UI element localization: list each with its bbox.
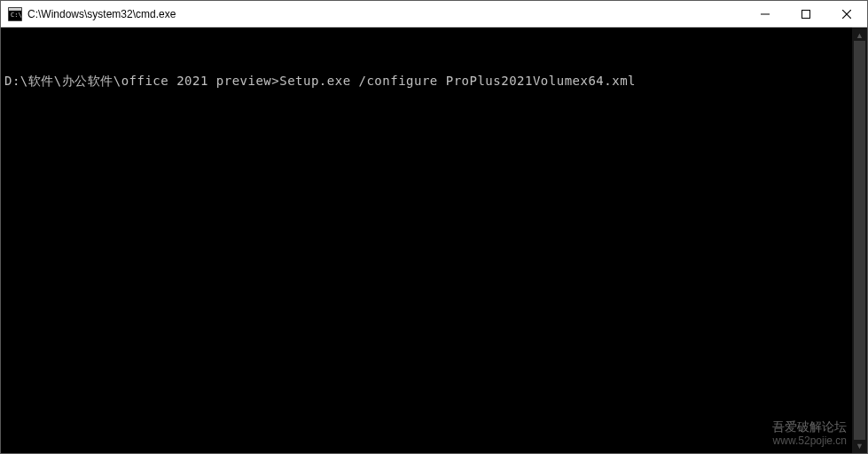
svg-rect-4 xyxy=(802,10,810,18)
scroll-down-arrow[interactable]: ▼ xyxy=(854,440,865,451)
svg-text:C:\: C:\ xyxy=(11,12,22,19)
scroll-thumb[interactable] xyxy=(854,41,865,440)
svg-rect-1 xyxy=(9,8,21,11)
scroll-up-arrow[interactable]: ▲ xyxy=(854,29,865,41)
titlebar[interactable]: C:\ C:\Windows\system32\cmd.exe xyxy=(1,1,867,27)
window-title: C:\Windows\system32\cmd.exe xyxy=(27,1,745,27)
command-line: D:\软件\办公软件\office 2021 preview>Setup.exe… xyxy=(4,74,848,88)
scroll-track[interactable] xyxy=(852,41,867,440)
maximize-button[interactable] xyxy=(786,1,826,27)
console-output[interactable]: D:\软件\办公软件\office 2021 preview>Setup.exe… xyxy=(1,27,852,453)
minimize-button[interactable] xyxy=(745,1,786,27)
cmd-window: C:\ C:\Windows\system32\cmd.exe D:\软件\办公… xyxy=(0,0,868,454)
window-controls xyxy=(745,1,867,27)
console-area: D:\软件\办公软件\office 2021 preview>Setup.exe… xyxy=(1,27,867,453)
close-button[interactable] xyxy=(826,1,867,27)
cmd-icon: C:\ xyxy=(8,7,22,21)
vertical-scrollbar[interactable]: ▲ ▼ xyxy=(852,27,867,453)
